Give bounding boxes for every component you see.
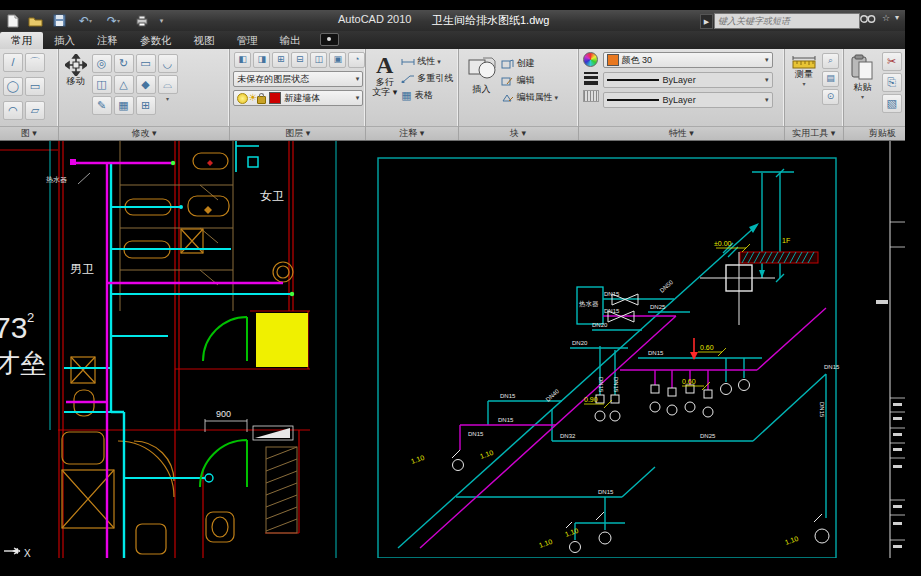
plot-icon[interactable] [132, 12, 151, 29]
circle-tool-icon[interactable]: ◯ [3, 77, 23, 96]
layer-properties-icon[interactable]: ◧ [234, 52, 251, 68]
trim-tool-icon[interactable]: ▭ [136, 54, 156, 73]
edit-attributes-button[interactable]: 编辑属性 ▾ [501, 89, 558, 106]
panel-block-label[interactable]: 块 ▾ [459, 126, 578, 140]
pipe-label: DN25 [650, 304, 666, 310]
layer-match-icon[interactable]: ▣ [329, 52, 346, 68]
mtext-label-2: 文字 ▾ [372, 87, 397, 97]
layer-thaw-sun-icon[interactable]: ☀ [248, 93, 257, 103]
rotate-tool-icon[interactable]: ↻ [114, 54, 134, 73]
layer-walk-icon[interactable]: ◔ [348, 52, 365, 68]
revcloud-tool-icon[interactable]: ▱ [25, 101, 45, 120]
tab-parametric[interactable]: 参数化 [129, 32, 183, 49]
linetype-icon[interactable] [583, 90, 599, 102]
mtext-button[interactable]: A 多行 文字 ▾ [368, 50, 401, 97]
layer-freeze-icon[interactable]: ⊟ [291, 52, 308, 68]
fillet-tool-icon[interactable]: ◡ [158, 54, 178, 73]
wall-hatch-band [740, 252, 818, 263]
new-file-icon[interactable] [3, 12, 22, 29]
tab-output[interactable]: 输出 [269, 32, 312, 49]
infocenter-dropdown-icon[interactable]: ▾ [895, 13, 899, 22]
panel-utilities-label[interactable]: 实用工具 ▾ [785, 126, 843, 140]
cut-scissors-icon[interactable]: ✂ [882, 52, 902, 71]
quick-select-icon[interactable]: ⌕ [822, 53, 839, 69]
linear-label: 线性 [417, 55, 435, 68]
layer-off-icon[interactable]: ◨ [253, 52, 270, 68]
object-color-dropdown[interactable]: 颜色 30 ▾ [603, 52, 773, 68]
measure-button[interactable]: 测量 ▾ [787, 52, 821, 89]
mirror-tool-icon[interactable]: ◫ [92, 75, 112, 94]
current-layer-value: 新建墙体 [284, 92, 320, 105]
pipe-label: DN15 [598, 377, 604, 393]
current-layer-dropdown[interactable]: ☀ 新建墙体 ▾ [233, 90, 363, 106]
layer-on-bulb-icon[interactable] [237, 93, 248, 104]
search-input[interactable] [714, 13, 860, 29]
create-block-button[interactable]: 创建 [501, 55, 535, 72]
binoculars-search-icon[interactable] [860, 13, 876, 26]
tab-annotate[interactable]: 注释 [86, 32, 129, 49]
save-icon[interactable] [50, 12, 69, 29]
panel-modify-label[interactable]: 修改 ▾ [59, 126, 230, 140]
linear-dim-icon [401, 58, 415, 66]
insert-block-button[interactable]: 插入 [463, 51, 501, 94]
tab-view[interactable]: 视图 [183, 32, 226, 49]
panel-properties-label[interactable]: 特性 ▾ [579, 126, 784, 140]
pipe-label: DN20 [572, 340, 588, 346]
table-button[interactable]: ▦ 表格 [401, 87, 432, 104]
multileader-button[interactable]: 多重引线 [401, 70, 453, 87]
star-icon[interactable]: ☆ [882, 13, 890, 23]
elevation-label: 1.10 [479, 449, 494, 460]
app-title: AutoCAD 2010 [338, 13, 411, 25]
polyline-tool-icon[interactable]: ⌒ [25, 53, 45, 72]
title-block [876, 141, 905, 558]
panel-draw-label[interactable]: 图 ▾ [0, 126, 58, 140]
quick-access-toolbar: ↶▾ ↷▾ ▾ AutoCAD 2010 卫生间给排水图纸1.dwg ▶ ☆ ▾ [0, 10, 921, 31]
qat-dropdown-icon[interactable]: ▾ [152, 12, 171, 29]
quick-calc-icon[interactable]: ▤ [822, 71, 839, 87]
layer-unlock-icon[interactable] [257, 96, 266, 104]
erase-tool-icon[interactable]: ✎ [92, 96, 112, 115]
array-tool-icon[interactable]: ⊞ [136, 96, 156, 115]
linetype-dropdown[interactable]: ByLayer ▾ [603, 92, 773, 108]
lineweight-dropdown[interactable]: ByLayer ▾ [603, 72, 773, 88]
iso-dim-arrow [759, 270, 765, 278]
drawing-canvas[interactable]: 900 女卫 男卫 热水器 73 2 才垒 热水器 [0, 141, 921, 558]
color-wheel-icon[interactable] [583, 52, 598, 67]
linear-dim-button[interactable]: 线性 ▾ [401, 53, 440, 70]
arc-tool-icon[interactable]: ◠ [3, 101, 23, 120]
stretch-tool-icon[interactable]: ◆ [136, 75, 156, 94]
tab-manage[interactable]: 管理 [226, 32, 269, 49]
layer-state-dropdown[interactable]: 未保存的图层状态▾ [233, 71, 363, 87]
panel-utilities: 测量 ▾ ⌕ ▤ ⊙ 实用工具 ▾ [785, 49, 844, 140]
panel-annotate-label[interactable]: 注释 ▾ [366, 126, 457, 140]
rectangle-tool-icon[interactable]: ▭ [25, 77, 45, 96]
panel-layers-label[interactable]: 图层 ▾ [230, 126, 365, 140]
undo-icon[interactable]: ↶▾ [76, 12, 95, 29]
insert-block-icon [467, 54, 497, 84]
redo-icon[interactable]: ↷▾ [104, 12, 123, 29]
lineweight-icon[interactable] [584, 71, 598, 86]
paste-button[interactable]: 粘贴 ▾ [847, 51, 879, 102]
open-folder-icon[interactable] [26, 12, 45, 29]
line-tool-icon[interactable]: / [3, 53, 23, 72]
move-button[interactable]: 移动 [61, 51, 91, 86]
offset-tool-icon[interactable]: ⌓ [158, 75, 178, 94]
tab-insert[interactable]: 插入 [43, 32, 86, 49]
copy-clip-icon[interactable]: ⎘ [882, 73, 902, 92]
scale-tool-icon[interactable]: △ [114, 75, 134, 94]
layer-lock-icon[interactable]: ◫ [310, 52, 327, 68]
pipe-label: DN15 [468, 431, 484, 437]
copy-tool-icon[interactable]: ◎ [92, 54, 112, 73]
camera-icon[interactable] [320, 33, 339, 46]
edit-block-button[interactable]: 编辑 [501, 72, 535, 89]
document-title: 卫生间给排水图纸1.dwg [432, 13, 549, 28]
iso-diagram: 热水器 [378, 158, 840, 558]
edit-label: 编辑 [517, 74, 535, 87]
iso-water-heater-label: 热水器 [579, 300, 599, 308]
paste-special-icon[interactable]: ▧ [882, 94, 902, 113]
search-history-button[interactable]: ▶ [700, 14, 713, 29]
layer-isolate-icon[interactable]: ⊞ [272, 52, 289, 68]
tab-home[interactable]: 常用 [0, 32, 43, 49]
id-point-icon[interactable]: ⊙ [822, 89, 839, 105]
explode-tool-icon[interactable]: ▦ [114, 96, 134, 115]
